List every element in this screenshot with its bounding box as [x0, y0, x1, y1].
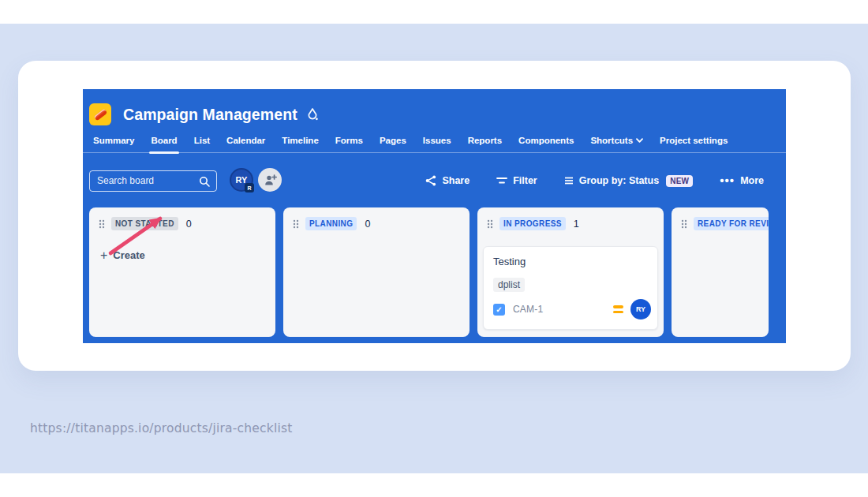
tab-list[interactable]: List [194, 136, 210, 145]
assignee-avatar[interactable]: RY [630, 299, 651, 320]
tab-forms[interactable]: Forms [335, 136, 363, 145]
tab-summary[interactable]: Summary [93, 136, 134, 145]
column-not-started: NOT STARTED 0 + Create [89, 207, 275, 337]
hero-panel: Campaign Management Summary Board List C… [0, 24, 868, 473]
filter-button[interactable]: Filter [496, 175, 537, 186]
user-avatar[interactable]: RY R [230, 168, 253, 192]
issue-count: 0 [186, 219, 192, 230]
person-plus-icon [264, 174, 277, 186]
group-by-button[interactable]: Group by: Status NEW [564, 175, 694, 187]
jira-board: Campaign Management Summary Board List C… [83, 89, 786, 343]
column-header: PLANNING 0 [293, 217, 460, 230]
rocket-icon [94, 109, 108, 121]
board-header: Campaign Management [89, 103, 318, 126]
drag-handle-icon[interactable] [293, 219, 299, 229]
filter-icon [496, 177, 507, 185]
board-columns: NOT STARTED 0 + Create [89, 207, 769, 337]
ink-droplet-icon [308, 108, 318, 121]
avatar-role-badge: R [245, 183, 254, 192]
create-issue-button[interactable]: + Create [100, 249, 266, 261]
column-header: IN PROGRESS 1 [487, 217, 654, 230]
status-badge: IN PROGRESS [499, 217, 566, 230]
status-badge: READY FOR REVIEW [694, 217, 769, 230]
tab-timeline[interactable]: Timeline [282, 136, 318, 145]
page-title: Campaign Management [123, 106, 297, 124]
filter-label: Filter [513, 175, 537, 186]
board-toolbar-actions: Share Filter [425, 170, 764, 191]
search-input[interactable] [97, 171, 196, 190]
status-badge: PLANNING [305, 217, 357, 230]
chevron-down-icon [636, 138, 643, 143]
page: Campaign Management Summary Board List C… [0, 0, 868, 497]
column-ready-for-review: READY FOR REVIEW [672, 207, 769, 337]
column-planning: PLANNING 0 [283, 207, 470, 337]
tab-reports[interactable]: Reports [468, 136, 502, 145]
tab-board[interactable]: Board [151, 136, 177, 145]
tab-issues[interactable]: Issues [423, 136, 451, 145]
drag-handle-icon[interactable] [487, 219, 493, 229]
more-label: More [740, 175, 764, 186]
nav-divider [83, 152, 786, 153]
tab-components[interactable]: Components [518, 136, 574, 145]
column-header: READY FOR REVIEW [681, 217, 759, 230]
issue-count: 1 [574, 219, 579, 230]
search-icon [199, 176, 210, 190]
issue-key: CAM-1 [513, 304, 543, 315]
group-by-label: Group by: Status [579, 175, 659, 186]
new-badge: NEW [666, 175, 693, 187]
issue-card[interactable]: Testing dplist ✓ CAM-1 RY [483, 246, 658, 330]
issue-count: 0 [365, 219, 370, 230]
tab-project-settings[interactable]: Project settings [660, 136, 728, 145]
column-header: NOT STARTED 0 [99, 217, 266, 230]
column-in-progress: IN PROGRESS 1 Testing dplist ✓ CAM-1 [477, 207, 664, 337]
plus-icon: + [100, 251, 107, 260]
issue-label-chip: dplist [493, 278, 525, 292]
more-icon: ••• [720, 177, 735, 185]
add-people-button[interactable] [258, 168, 282, 192]
tab-calendar[interactable]: Calendar [226, 136, 265, 145]
share-button[interactable]: Share [425, 175, 470, 186]
tab-shortcuts[interactable]: Shortcuts [590, 136, 643, 145]
screenshot-card: Campaign Management Summary Board List C… [18, 61, 851, 371]
drag-handle-icon[interactable] [99, 219, 105, 229]
board-search [89, 170, 217, 192]
status-badge: NOT STARTED [111, 217, 178, 230]
tab-shortcuts-label: Shortcuts [590, 136, 633, 145]
project-avatar-icon [89, 103, 111, 125]
tab-pages[interactable]: Pages [380, 136, 406, 145]
more-button[interactable]: ••• More [720, 175, 764, 186]
task-type-icon: ✓ [493, 304, 505, 316]
drag-handle-icon[interactable] [681, 219, 687, 229]
priority-medium-icon [613, 305, 623, 313]
project-nav: Summary Board List Calendar Timeline For… [93, 136, 728, 145]
issue-title: Testing [493, 256, 649, 267]
group-by-icon [564, 177, 574, 185]
share-icon [425, 175, 436, 186]
create-label: Create [113, 249, 144, 261]
share-label: Share [442, 175, 470, 186]
issue-card-footer: ✓ CAM-1 RY [493, 299, 651, 320]
url-caption: https://titanapps.io/products/jira-check… [30, 421, 292, 435]
